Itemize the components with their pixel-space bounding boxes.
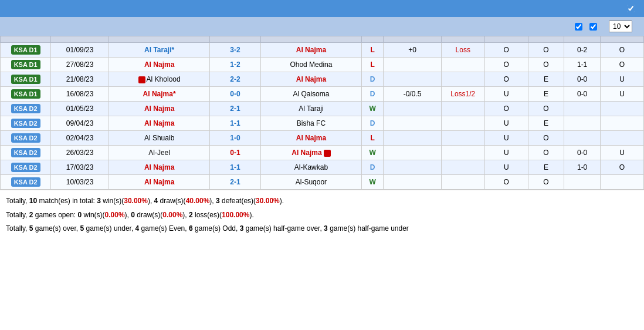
match-result[interactable]: 1-2 <box>210 58 260 72</box>
match-result[interactable]: 1-1 <box>210 116 260 131</box>
match-date: 02/04/23 <box>51 131 109 146</box>
league-badge: KSA D2 <box>11 163 40 172</box>
match-date: 01/09/23 <box>51 43 109 58</box>
wdl-cell: L <box>362 58 384 72</box>
summary-line1: Totally, 10 match(es) in total: 3 win(s)… <box>6 195 638 208</box>
match-date: 01/05/23 <box>51 102 109 116</box>
oddeven-cell: O <box>528 102 564 116</box>
team1-name: Al Taraji* <box>144 46 174 54</box>
ksa-d1-filter[interactable] <box>575 23 585 31</box>
scores-table: KSA D101/09/23Al Taraji*3-2Al NajmaL+0Lo… <box>0 36 644 190</box>
match-badge: KSA D1 <box>1 87 51 102</box>
result-link[interactable]: 2-1 <box>230 105 240 113</box>
team1-name: Al Najma <box>144 163 174 171</box>
league-badge: KSA D1 <box>11 45 40 55</box>
ht-cell <box>564 116 601 131</box>
wdl-cell: L <box>362 131 384 146</box>
ht-cell <box>564 175 601 190</box>
col-header-result <box>210 36 260 43</box>
filter-row: 51015202530 <box>0 17 644 36</box>
table-row: KSA D202/04/23Al Shuaib1-0Al NajmaLUO <box>1 131 644 146</box>
match-result[interactable]: 0-1 <box>210 146 260 160</box>
match-result[interactable]: 0-0 <box>210 87 260 102</box>
summary-section: Totally, 10 match(es) in total: 3 win(s)… <box>0 190 644 241</box>
match-result[interactable]: 1-1 <box>210 160 260 175</box>
ou075-cell: U <box>600 146 643 160</box>
handicap-cell <box>384 102 442 116</box>
ht-cell <box>564 102 601 116</box>
ou25-cell: U <box>484 87 528 102</box>
ht-cell <box>564 131 601 146</box>
team2-cell: Al Najma <box>260 146 362 160</box>
ou25-cell: O <box>484 72 528 87</box>
match-result[interactable]: 2-1 <box>210 175 260 190</box>
ou075-cell <box>600 131 643 146</box>
ht-cell: 1-1 <box>564 58 601 72</box>
team1-name: Al Najma <box>144 105 174 113</box>
match-date: 21/08/23 <box>51 72 109 87</box>
match-result[interactable]: 1-0 <box>210 131 260 146</box>
result-link[interactable]: 1-2 <box>230 60 240 69</box>
result-link[interactable]: 0-0 <box>230 90 240 98</box>
wdl-cell: W <box>362 175 384 190</box>
wdl-value: W <box>370 178 376 186</box>
result-link[interactable]: 0-1 <box>230 149 240 157</box>
wdl-cell: W <box>362 146 384 160</box>
games-select[interactable]: 51015202530 <box>609 21 632 32</box>
match-badge: KSA D2 <box>1 131 51 146</box>
odds-cell: Loss1/2 <box>441 87 484 102</box>
ksa-d2-filter[interactable] <box>589 23 599 31</box>
team1-name: Al Najma <box>144 119 174 127</box>
league-badge: KSA D1 <box>11 75 40 84</box>
ou25-cell: U <box>484 131 528 146</box>
team2-name: Bisha FC <box>297 119 326 127</box>
table-row: KSA D201/05/23Al Najma2-1Al TarajiWOO <box>1 102 644 116</box>
wdl-value: W <box>370 149 376 157</box>
team1-cell: Al Najma <box>109 160 210 175</box>
handicap-cell <box>384 116 442 131</box>
col-header-ou25 <box>484 36 528 43</box>
ou25-cell: U <box>484 116 528 131</box>
wdl-value: W <box>370 105 376 113</box>
team2-cell: Al Najma <box>260 72 362 87</box>
match-badge: KSA D1 <box>1 72 51 87</box>
team1-name: Al Najma <box>144 60 174 69</box>
ou075-cell: U <box>600 87 643 102</box>
match-badge: KSA D1 <box>1 43 51 58</box>
result-link[interactable]: 3-2 <box>230 46 240 54</box>
ou075-cell: O <box>600 58 643 72</box>
odds-cell <box>441 131 484 146</box>
col-header-handicap <box>384 36 442 43</box>
red-card-icon <box>138 76 145 83</box>
col-header-wdl <box>362 36 384 43</box>
match-badge: KSA D2 <box>1 160 51 175</box>
result-link[interactable]: 1-1 <box>230 163 240 171</box>
match-date: 16/08/23 <box>51 87 109 102</box>
result-link[interactable]: 2-2 <box>230 75 240 83</box>
team2-name: Al Qaisoma <box>293 90 329 98</box>
team2-name: Al-Kawkab <box>294 163 328 171</box>
result-link[interactable]: 1-1 <box>230 119 240 127</box>
league-badge: KSA D2 <box>11 148 40 157</box>
result-link[interactable]: 2-1 <box>230 178 240 186</box>
display-notes-toggle[interactable] <box>627 5 637 12</box>
result-link[interactable]: 1-0 <box>230 134 240 142</box>
team2-name: Ohod Medina <box>290 60 332 69</box>
odds-cell <box>441 116 484 131</box>
team1-cell: Al Kholood <box>109 72 210 87</box>
col-header-team1 <box>109 36 210 43</box>
match-badge: KSA D1 <box>1 58 51 72</box>
team1-name: Al-Jeel <box>148 149 170 157</box>
ht-cell: 0-2 <box>564 43 601 58</box>
ou25-cell: O <box>484 102 528 116</box>
team2-cell: Al-Suqoor <box>260 175 362 190</box>
match-result[interactable]: 2-1 <box>210 102 260 116</box>
match-result[interactable]: 3-2 <box>210 43 260 58</box>
handicap-cell: -0/0.5 <box>384 87 442 102</box>
wdl-value: L <box>371 60 375 69</box>
ou25-cell: U <box>484 146 528 160</box>
match-result[interactable]: 2-2 <box>210 72 260 87</box>
oddeven-cell: E <box>528 160 564 175</box>
table-row: KSA D226/03/23Al-Jeel0-1Al NajmaWUO0-0U <box>1 146 644 160</box>
table-row: KSA D210/03/23Al Najma2-1Al-SuqoorWOO <box>1 175 644 190</box>
